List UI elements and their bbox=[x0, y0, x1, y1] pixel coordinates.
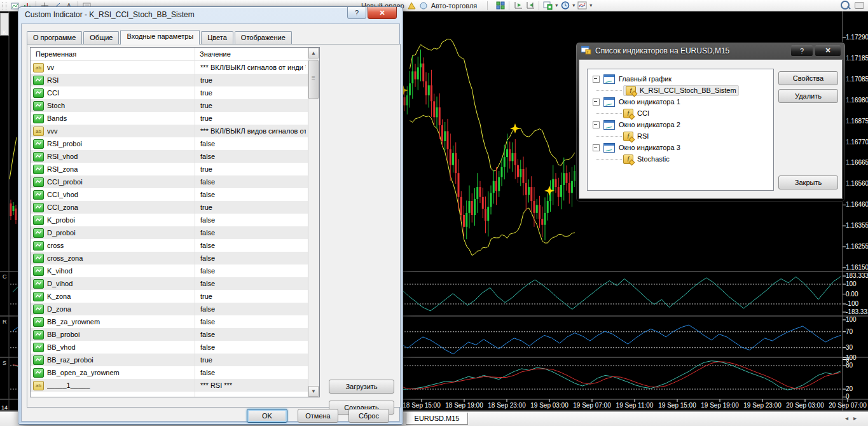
param-row[interactable]: K_proboifalse bbox=[31, 214, 319, 226]
param-value[interactable]: false bbox=[195, 280, 306, 287]
param-row[interactable]: RSI_proboifalse bbox=[31, 137, 319, 150]
tree-window-item[interactable]: Окно индикатора 3 bbox=[588, 142, 773, 153]
tab-common[interactable]: Общие bbox=[83, 31, 119, 44]
param-row[interactable]: CCI_zonatrue bbox=[31, 201, 319, 214]
param-value[interactable]: true bbox=[195, 356, 306, 364]
collapse-icon[interactable] bbox=[593, 99, 600, 106]
tab-scroll-arrows[interactable]: ◂▸ bbox=[845, 415, 862, 422]
col-value[interactable]: Значение bbox=[195, 50, 231, 58]
param-value[interactable]: false bbox=[195, 267, 306, 275]
param-value[interactable]: true bbox=[195, 76, 306, 84]
param-row[interactable]: crossfalse bbox=[31, 239, 319, 252]
param-value[interactable]: true bbox=[195, 89, 306, 97]
param-value[interactable]: false bbox=[195, 191, 306, 198]
param-row[interactable]: RSItrue bbox=[31, 74, 319, 86]
help-button[interactable]: ? bbox=[790, 45, 813, 57]
param-row[interactable]: abvv*** ВКЛ/ВЫКЛ сигналов от инди *** bbox=[31, 61, 319, 74]
tile-windows-icon[interactable] bbox=[495, 1, 505, 10]
periods-icon[interactable] bbox=[560, 1, 570, 10]
properties-button[interactable]: Свойства bbox=[778, 71, 838, 85]
param-value[interactable]: true bbox=[195, 292, 306, 300]
tree-indicator-item[interactable]: fStochastic bbox=[588, 153, 773, 165]
tab-colors[interactable]: Цвета bbox=[201, 31, 233, 44]
ok-button[interactable]: OK bbox=[247, 409, 287, 423]
param-row[interactable]: cross_zonafalse bbox=[31, 252, 319, 265]
tree-indicator-item[interactable]: fCCI bbox=[588, 107, 773, 119]
param-value[interactable]: *** RSI *** bbox=[195, 381, 306, 389]
auto-scroll-icon[interactable] bbox=[525, 1, 535, 10]
param-row[interactable]: D_vihodfalse bbox=[31, 277, 319, 290]
param-row[interactable]: BB_proboifalse bbox=[31, 328, 319, 341]
param-value[interactable]: false bbox=[195, 305, 306, 313]
tree-indicator-item[interactable]: fK_RSI_CCI_Stoch_BB_Sistem bbox=[588, 85, 773, 96]
tree-window-item[interactable]: Главный график bbox=[588, 73, 773, 85]
scroll-thumb[interactable] bbox=[308, 60, 319, 99]
scroll-down-icon[interactable]: ▼ bbox=[308, 386, 319, 397]
param-value[interactable]: false bbox=[195, 178, 306, 186]
autotrade-button[interactable]: Авто-торговля bbox=[431, 2, 478, 10]
collapse-icon[interactable] bbox=[593, 121, 600, 128]
param-value[interactable]: false bbox=[195, 153, 306, 160]
param-row[interactable]: CCI_vhodfalse bbox=[31, 188, 319, 201]
chart-shift-icon[interactable] bbox=[513, 1, 523, 10]
param-value[interactable]: false bbox=[195, 254, 306, 262]
column-divider[interactable] bbox=[195, 48, 195, 397]
param-row[interactable]: BB_raz_proboitrue bbox=[31, 354, 319, 366]
param-value[interactable]: false bbox=[195, 140, 306, 148]
param-value[interactable]: false bbox=[195, 242, 306, 249]
tree-window-item[interactable]: Окно индикатора 2 bbox=[588, 119, 773, 130]
load-button[interactable]: Загрузить bbox=[329, 380, 394, 394]
help-button[interactable]: ? bbox=[347, 7, 366, 19]
toolbar-grip[interactable] bbox=[3, 2, 6, 10]
close-button[interactable]: Закрыть bbox=[778, 175, 838, 189]
param-row[interactable]: BB_za_yrownemfalse bbox=[31, 315, 319, 328]
tab-about[interactable]: О программе bbox=[27, 31, 82, 44]
param-row[interactable]: RSI_zonatrue bbox=[31, 163, 319, 175]
add-indicator-icon[interactable] bbox=[543, 1, 553, 10]
cancel-button[interactable]: Отмена bbox=[298, 409, 338, 423]
param-row[interactable]: Stochtrue bbox=[31, 99, 319, 112]
param-row[interactable]: BB_vhodfalse bbox=[31, 341, 319, 354]
templates-icon[interactable] bbox=[577, 1, 587, 10]
param-value[interactable]: true bbox=[195, 102, 306, 109]
param-row[interactable]: abvvv*** ВКЛ/ВЫКЛ видов сигналов от инди… bbox=[31, 125, 319, 137]
close-icon[interactable]: ✕ bbox=[368, 7, 397, 19]
search-icon[interactable] bbox=[841, 1, 850, 10]
chat-icon[interactable] bbox=[855, 2, 864, 9]
collapse-icon[interactable] bbox=[593, 76, 600, 83]
col-variable[interactable]: Переменная bbox=[31, 50, 195, 58]
param-row[interactable]: CCItrue bbox=[31, 86, 319, 99]
param-value[interactable]: false bbox=[195, 229, 306, 237]
tree-window-item[interactable]: Окно индикатора 1 bbox=[588, 96, 773, 107]
param-row[interactable]: K_vihodfalse bbox=[31, 265, 319, 277]
tree-indicator-item[interactable]: fRSI bbox=[588, 130, 773, 142]
param-value[interactable]: false bbox=[195, 369, 306, 376]
param-value[interactable]: false bbox=[195, 331, 306, 338]
param-row[interactable]: D_proboifalse bbox=[31, 226, 319, 239]
symbol-tab[interactable]: EURUSD.M15 bbox=[406, 413, 468, 425]
periods-dropdown[interactable]: ▾ bbox=[572, 3, 575, 8]
delete-button[interactable]: Удалить bbox=[778, 89, 838, 103]
param-row[interactable]: RSI_vhodfalse bbox=[31, 150, 319, 163]
param-value[interactable]: true bbox=[195, 165, 306, 173]
param-value[interactable]: false bbox=[195, 343, 306, 351]
collapse-icon[interactable] bbox=[593, 144, 600, 151]
add-indicator-dropdown[interactable]: ▾ bbox=[555, 3, 558, 8]
templates-dropdown[interactable]: ▾ bbox=[589, 3, 592, 8]
scrollbar[interactable]: ▲ ▼ bbox=[308, 48, 319, 397]
param-row[interactable]: K_zonatrue bbox=[31, 290, 319, 303]
param-value[interactable]: true bbox=[195, 203, 306, 211]
param-row[interactable]: CCI_proboifalse bbox=[31, 175, 319, 188]
tab-inputs[interactable]: Входные параметры bbox=[120, 30, 200, 45]
param-value[interactable]: *** ВКЛ/ВЫКЛ видов сигналов от инди ... bbox=[195, 127, 306, 135]
param-value[interactable]: false bbox=[195, 318, 306, 326]
scroll-up-icon[interactable]: ▲ bbox=[308, 48, 319, 58]
close-icon[interactable]: ✕ bbox=[815, 45, 841, 57]
param-value[interactable]: false bbox=[195, 216, 306, 224]
param-row[interactable]: D_zonafalse bbox=[31, 303, 319, 315]
param-value[interactable]: *** ВКЛ/ВЫКЛ сигналов от инди *** bbox=[195, 64, 306, 71]
indicator-tree[interactable]: Главный графикfK_RSI_CCI_Stoch_BB_Sistem… bbox=[587, 69, 774, 191]
param-row[interactable]: BB_open_za_yrownemfalse bbox=[31, 366, 319, 379]
param-row[interactable]: ab_____1_____*** RSI *** bbox=[31, 379, 319, 392]
param-value[interactable]: true bbox=[195, 114, 306, 122]
